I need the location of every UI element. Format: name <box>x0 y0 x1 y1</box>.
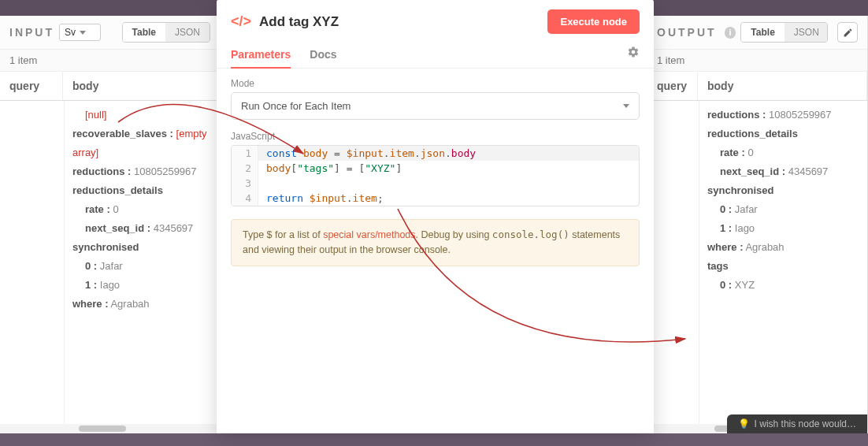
hint-box: Type $ for a list of special vars/method… <box>231 219 640 266</box>
mode-select[interactable]: Run Once for Each Item <box>231 92 640 120</box>
node-editor-modal: </> Add tag XYZ Execute node Parameters … <box>217 0 654 433</box>
execute-button[interactable]: Execute node <box>547 9 640 34</box>
output-items-count: 1 item <box>647 50 867 72</box>
tab-parameters[interactable]: Parameters <box>231 42 291 69</box>
chevron-down-icon <box>80 31 86 35</box>
output-col-query[interactable]: query <box>647 72 698 100</box>
input-col-body[interactable]: body <box>63 72 220 100</box>
output-view-json[interactable]: JSON <box>785 23 829 42</box>
input-body-cell[interactable]: [null] recoverable_slaves : [empty array… <box>64 101 220 433</box>
chevron-down-icon <box>623 104 629 108</box>
pencil-icon <box>843 28 853 38</box>
tab-docs[interactable]: Docs <box>310 42 336 69</box>
input-view-table[interactable]: Table <box>123 23 165 42</box>
input-source-select[interactable]: Sv <box>59 24 101 41</box>
feedback-bar[interactable]: 💡 I wish this node would… <box>727 414 867 433</box>
edit-button[interactable] <box>837 22 858 43</box>
output-col-body[interactable]: body <box>698 72 867 100</box>
input-panel: INPUT Sv Table JSON 1 item query body [n… <box>0 16 221 433</box>
code-icon: </> <box>231 13 251 30</box>
input-items-count: 1 item <box>0 50 220 72</box>
input-col-query[interactable]: query <box>0 72 63 100</box>
js-label: JavaScript <box>231 131 640 142</box>
output-panel: OUTPUT i Table JSON 1 item query body re… <box>647 16 868 433</box>
input-title: INPUT <box>9 26 54 39</box>
input-view-json[interactable]: JSON <box>165 23 210 42</box>
lightbulb-icon: 💡 <box>738 418 750 429</box>
gear-icon[interactable] <box>627 46 640 64</box>
modal-title: Add tag XYZ <box>259 14 339 30</box>
output-title: OUTPUT <box>657 26 717 39</box>
info-icon[interactable]: i <box>725 27 736 39</box>
mode-label: Mode <box>231 78 640 89</box>
output-body-cell[interactable]: reductions : 10805259967 reductions_deta… <box>699 101 867 433</box>
code-editor[interactable]: 1const body = $input.item.json.body 2bod… <box>231 145 640 206</box>
output-view-table[interactable]: Table <box>741 23 784 42</box>
input-scrollbar[interactable] <box>0 424 220 433</box>
